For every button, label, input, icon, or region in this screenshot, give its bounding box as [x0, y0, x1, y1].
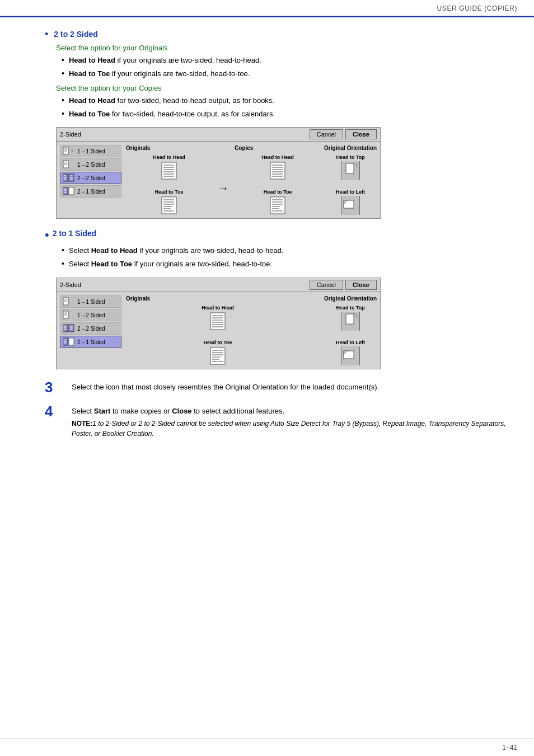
d2-sidebar-1to2[interactable]: 1→2 Sided — [60, 309, 121, 321]
dialog2-body: 1→1 Sided 1→2 Sided — [57, 292, 380, 369]
d2-orient-top-option[interactable]: Head to Top — [336, 305, 364, 331]
orient-top-svg — [341, 161, 359, 180]
orig-htt-label: Head to Toe — [155, 189, 184, 195]
select-hth-text: Select Head to Head if your originals ar… — [69, 246, 284, 256]
originals-col: Originals Head to Head — [126, 145, 212, 215]
header-bar: USER GUIDE (COPIER) — [0, 0, 534, 16]
orientation-col: Original Orientation Head to Top — [324, 145, 377, 215]
d2-sidebar-2to2[interactable]: 2→2 Sided — [60, 322, 121, 335]
orig-hth-icon — [161, 161, 177, 180]
close-bold: Close — [172, 407, 191, 415]
sidebar-label-1to1: 1→1 Sided — [77, 148, 105, 154]
d2-sidebar-label-1to2: 1→2 Sided — [77, 312, 105, 318]
bullet-2to1: • 2 to 1 Sided — [45, 229, 517, 242]
sidebar-label-2to2: 2→2 Sided — [77, 175, 105, 181]
sub-content-2to1: • Select Head to Head if your originals … — [56, 246, 517, 369]
dialog2-buttons: Cancel Close — [310, 280, 377, 290]
d2-sidebar-icon-2to2 — [63, 324, 75, 333]
sidebar-2to1[interactable]: 2→1 Sided — [60, 185, 121, 198]
sub-content-2to2: Select the option for your Originals • H… — [56, 44, 517, 219]
sidebar-1to2[interactable]: 1→2 Sided — [60, 158, 121, 171]
d2-sidebar-label-2to2: 2→2 Sided — [77, 326, 105, 332]
orient-left-label: Head to Left — [336, 189, 365, 195]
d2-orig-hth-label: Head to Head — [202, 305, 234, 311]
sub-dot-4: • — [62, 109, 64, 118]
orientation-label: Original Orientation — [324, 145, 377, 151]
svg-text:→: → — [69, 148, 74, 153]
d2-sidebar-2to1[interactable]: 2→1 Sided — [60, 336, 121, 348]
section-2to1: • 2 to 1 Sided • Select Head to Head if … — [45, 229, 517, 369]
d2-orient-left-option[interactable]: Head to Left — [336, 340, 365, 365]
d2-orientation-label: Original Orientation — [324, 295, 377, 302]
svg-rect-77 — [69, 338, 74, 345]
orient-left-icon — [341, 196, 360, 215]
dialog1-cancel-btn[interactable]: Cancel — [310, 129, 343, 139]
d2-orig-hth-icon — [209, 312, 226, 331]
svg-rect-52 — [346, 163, 354, 173]
d2-orient-top-svg — [341, 312, 359, 331]
step-4-text: Select Start to make copies or Close to … — [72, 403, 517, 439]
dialog2-sidebar: 1→1 Sided 1→2 Sided — [60, 295, 121, 365]
copies-htt-text: Head to Toe for two-sided, head-to-toe o… — [69, 109, 275, 120]
d2-sidebar-icon-1to2 — [63, 311, 75, 320]
dialog1-title: 2-Sided — [60, 131, 81, 138]
dialog2-main: Originals Head to Head — [126, 295, 377, 365]
sidebar-2to2[interactable]: 2→2 Sided — [60, 172, 121, 184]
dialog2-cancel-btn[interactable]: Cancel — [310, 280, 343, 290]
d2-orient-left-label: Head to Left — [336, 340, 365, 345]
orient-left-option[interactable]: Head to Left — [336, 189, 365, 215]
d2-sidebar-label-1to1: 1→1 Sided — [77, 299, 105, 305]
sub-dot-2: • — [62, 69, 64, 78]
copies-head-to-head: • Head to Head for two-sided, head-to-he… — [62, 96, 517, 106]
dialog2-close-btn[interactable]: Close — [345, 280, 377, 290]
bullet-dot-2to1: • — [45, 228, 49, 242]
d2-sidebar-label-2to1: 2→1 Sided — [77, 339, 105, 345]
step-4-row: 4 Select Start to make copies or Close t… — [45, 403, 517, 439]
d2-orig-htt-label: Head to Toe — [204, 340, 232, 345]
originals-label: Originals — [126, 145, 150, 151]
d2-orig-htt-option[interactable]: Head to Toe — [204, 340, 232, 365]
orient-left-svg — [341, 196, 359, 215]
copies-htt-label: Head to Toe — [264, 189, 292, 195]
svg-rect-22 — [69, 187, 74, 195]
orig-htt-icon — [161, 196, 177, 215]
orig-hth-option[interactable]: Head to Head — [153, 154, 185, 180]
sidebar-1to1[interactable]: → 1→1 Sided — [60, 145, 121, 157]
d2-orient-left-svg — [341, 346, 359, 365]
orig-head-to-head: • Head to Head if your originals are two… — [62, 55, 517, 66]
select-copies-text: Select the option for your Copies — [56, 84, 517, 92]
orig-htt-option[interactable]: Head to Toe — [155, 189, 184, 215]
select-htt-text: Select Head to Toe if your originals are… — [69, 259, 272, 270]
d2-orig-hth-option[interactable]: Head to Head — [202, 305, 234, 331]
sidebar-icon-2to1 — [63, 187, 75, 196]
copies-hth-label: Head to Head — [261, 154, 294, 160]
bullet-text-2to2: 2 to 2 Sided — [54, 30, 98, 39]
d2-orig-htt-icon — [209, 346, 226, 365]
copies-hth-icon — [269, 161, 286, 180]
orig-htt-text: Head to Toe if your originals are two-si… — [69, 69, 250, 79]
d2-orient-left-icon — [341, 346, 360, 365]
copies-hth-option[interactable]: Head to Head — [261, 154, 294, 180]
sub-dot-1: • — [62, 55, 64, 64]
d2-orient-top-icon — [341, 312, 360, 331]
copies-htt-option[interactable]: Head to Toe — [264, 189, 292, 215]
note-label: NOTE: — [72, 420, 92, 428]
orient-top-option[interactable]: Head to Top — [336, 154, 364, 180]
copies-hth-text: Head to Head for two-sided, head-to-head… — [69, 96, 274, 106]
dialog1-main: Originals Head to Head — [126, 145, 377, 215]
header-title: USER GUIDE (COPIER) — [437, 4, 517, 12]
sub-dot-3: • — [62, 96, 64, 105]
footer-page-num: 1–41 — [502, 744, 517, 752]
svg-rect-93 — [346, 314, 354, 324]
step-3-row: 3 Select the icon that most closely rese… — [45, 379, 517, 396]
bullet-2to2: • 2 to 2 Sided — [45, 30, 517, 40]
d2-sidebar-1to1[interactable]: 1→1 Sided — [60, 295, 121, 308]
sidebar-icon-1to2 — [63, 160, 75, 169]
footer-bar: 1–41 — [0, 739, 534, 756]
step-3-num: 3 — [45, 379, 67, 396]
copies-head-to-toe: • Head to Toe for two-sided, head-to-toe… — [62, 109, 517, 120]
sidebar-label-2to1: 2→1 Sided — [77, 189, 105, 195]
d2-sidebar-icon-1to1 — [63, 297, 75, 306]
orient-top-icon — [341, 161, 360, 180]
dialog1-close-btn[interactable]: Close — [345, 129, 377, 139]
